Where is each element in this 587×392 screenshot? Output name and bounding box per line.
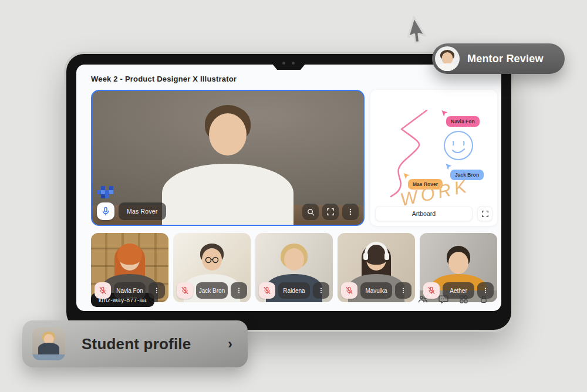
muted-mic-button[interactable] bbox=[423, 282, 440, 299]
whiteboard-expand-button[interactable] bbox=[477, 206, 492, 221]
illustration-hair bbox=[117, 244, 142, 265]
more-options-icon bbox=[235, 287, 242, 294]
muted-mic-button[interactable] bbox=[341, 282, 357, 299]
more-options-icon bbox=[482, 287, 489, 294]
expand-icon bbox=[481, 210, 489, 218]
whiteboard-panel[interactable]: Navia Fon Jack Bron Mas Rover WORK Artbo… bbox=[370, 90, 497, 226]
participant-tile-navia[interactable]: Navia Fon bbox=[91, 233, 168, 302]
muted-mic-icon bbox=[345, 286, 353, 295]
cursor-pointer-icon bbox=[441, 110, 448, 117]
session-title: Week 2 - Product Designer X Illustrator bbox=[91, 75, 237, 83]
more-options-button[interactable] bbox=[342, 204, 359, 220]
mentor-review-label: Mentor Review bbox=[467, 53, 544, 65]
camera-dot bbox=[282, 62, 285, 65]
mentor-review-pill[interactable]: Mentor Review bbox=[432, 43, 565, 74]
speaker-name-label: Mas Rover bbox=[119, 202, 166, 220]
camera-dot bbox=[292, 62, 295, 65]
headphones-illustration bbox=[365, 242, 388, 254]
participant-options-button[interactable] bbox=[149, 282, 165, 299]
participant-options-button[interactable] bbox=[395, 282, 411, 299]
main-speaker-video[interactable]: Mas Rover bbox=[91, 90, 365, 226]
illustration-head bbox=[284, 248, 304, 271]
chevron-right-icon[interactable]: › bbox=[228, 336, 232, 352]
collaborator-name-tag: Navia Fon bbox=[446, 116, 480, 127]
illustration-torso bbox=[162, 164, 294, 225]
tablet-device-frame: Week 2 - Product Designer X Illustrator bbox=[66, 54, 511, 330]
participant-name-label: Raidena bbox=[278, 282, 310, 299]
expand-button[interactable] bbox=[322, 204, 339, 220]
more-options-icon bbox=[346, 208, 355, 216]
participant-tile-mavuika[interactable]: Mavuika bbox=[338, 233, 415, 302]
artboard-label-bar[interactable]: Artboard bbox=[375, 206, 473, 221]
pixel-logo-decoration bbox=[97, 186, 118, 199]
participant-name-label: Navia Fon bbox=[114, 282, 146, 299]
illustration-jeans bbox=[32, 354, 65, 360]
illustration-head bbox=[209, 113, 247, 156]
muted-mic-icon bbox=[181, 286, 189, 295]
participant-name-label: Aether bbox=[443, 282, 474, 299]
more-options-icon bbox=[318, 287, 325, 294]
participant-tile-aether[interactable]: Aether bbox=[420, 233, 497, 302]
participant-name-label: Mavuika bbox=[360, 282, 392, 299]
illustration-head bbox=[448, 252, 468, 274]
more-options-icon bbox=[153, 287, 160, 294]
mic-on-button[interactable] bbox=[97, 202, 114, 220]
participant-options-button[interactable] bbox=[231, 282, 247, 299]
participant-options-button[interactable] bbox=[477, 282, 494, 299]
glasses-illustration bbox=[202, 256, 222, 263]
muted-mic-button[interactable] bbox=[259, 282, 275, 299]
student-profile-label: Student profile bbox=[82, 335, 191, 353]
student-profile-card[interactable]: Student profile › bbox=[22, 320, 248, 367]
muted-mic-button[interactable] bbox=[177, 282, 193, 299]
illustration-head bbox=[442, 52, 453, 65]
mentor-avatar bbox=[435, 46, 460, 71]
illustration-torso bbox=[38, 343, 59, 354]
collaborator-cursor-tag: Navia Fon bbox=[446, 116, 480, 127]
student-avatar bbox=[32, 327, 65, 360]
more-options-icon bbox=[400, 287, 407, 294]
illustration-torso bbox=[437, 63, 457, 71]
zoom-button[interactable] bbox=[302, 204, 319, 220]
page: Week 2 - Product Designer X Illustrator bbox=[0, 0, 587, 392]
participant-tile-raidena[interactable]: Raidena bbox=[255, 233, 333, 302]
mic-icon bbox=[101, 207, 110, 216]
zoom-icon bbox=[306, 208, 315, 217]
participant-tile-jack[interactable]: Jack Bron bbox=[173, 233, 251, 302]
participants-row: Navia Fon bbox=[91, 233, 497, 302]
muted-mic-icon bbox=[263, 286, 271, 295]
muted-mic-icon bbox=[427, 286, 436, 295]
participant-name-label: Jack Bron bbox=[196, 282, 228, 299]
expand-icon bbox=[326, 208, 335, 216]
mouse-cursor bbox=[400, 13, 438, 50]
cursor-pointer-icon bbox=[445, 163, 453, 171]
participant-options-button[interactable] bbox=[313, 282, 329, 299]
cursor-pointer-icon bbox=[403, 173, 410, 180]
muted-mic-button[interactable] bbox=[95, 282, 111, 299]
muted-mic-icon bbox=[99, 286, 107, 295]
app-screen: Week 2 - Product Designer X Illustrator bbox=[76, 65, 501, 311]
